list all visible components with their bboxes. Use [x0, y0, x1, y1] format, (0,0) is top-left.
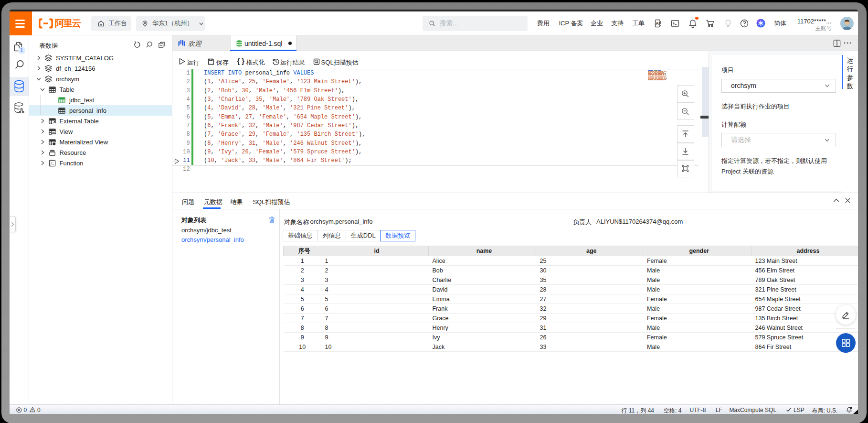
svg-text:AP: AP	[656, 21, 661, 25]
svg-text:x: x	[52, 163, 53, 166]
svg-text:e: e	[53, 142, 54, 145]
